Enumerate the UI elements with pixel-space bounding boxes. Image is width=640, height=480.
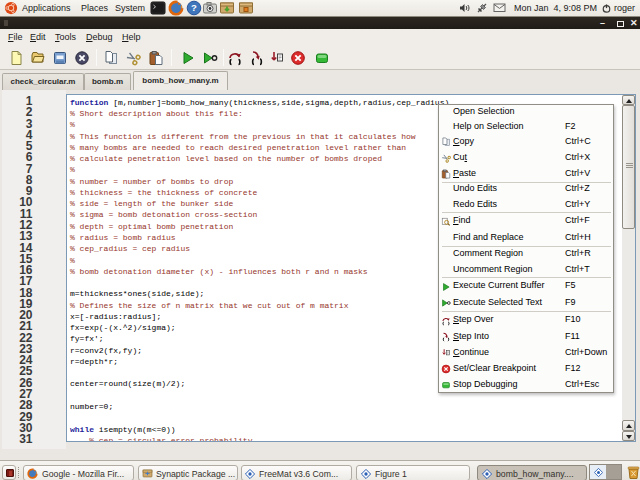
svg-text:?: ? [191, 2, 197, 13]
